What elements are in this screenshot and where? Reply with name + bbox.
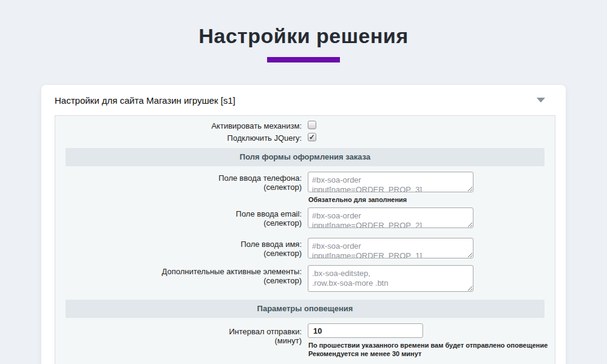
interval-input[interactable] (308, 323, 423, 338)
name-selector-textarea[interactable]: #bx-soa-order input[name=ORDER_PROP_1] (308, 238, 473, 258)
interval-note: По прошествии указанного времени вам буд… (308, 341, 548, 358)
email-selector-label: Поле ввода email: (селектор) (55, 207, 302, 228)
settings-form: Активировать механизм: Подключить JQuery… (55, 115, 555, 364)
field-row-name: Поле ввода имя: (селектор) #bx-soa-order… (55, 238, 555, 258)
check-icon: ✓ (309, 133, 315, 141)
page-title: Настройки решения (0, 24, 607, 48)
toggle-row-activate: Активировать механизм: (55, 121, 555, 130)
section-title: Поля формы оформления заказа (240, 152, 370, 161)
jquery-checkbox[interactable]: ✓ (308, 133, 316, 141)
card-header[interactable]: Настройки для сайта Магазин игрушек [s1] (41, 85, 566, 115)
phone-selector-textarea[interactable]: #bx-soa-order input[name=ORDER_PROP_3] (308, 172, 473, 192)
interval-label: Интервал отправки: (минут) (55, 323, 302, 345)
section-header-order-fields: Поля формы оформления заказа (66, 148, 544, 166)
card-header-title: Настройки для сайта Магазин игрушек [s1] (55, 95, 236, 106)
field-row-email: Поле ввода email: (селектор) #bx-soa-ord… (55, 207, 555, 228)
activate-label: Активировать механизм: (55, 121, 302, 130)
jquery-label: Подключить JQuery: (55, 133, 302, 143)
settings-card: Настройки для сайта Магазин игрушек [s1]… (41, 85, 566, 364)
section-title: Параметры оповещения (257, 304, 353, 313)
extra-elements-textarea[interactable]: .bx-soa-editstep, .row.bx-soa-more .btn (308, 265, 473, 292)
field-row-phone: Поле ввода телефона: (селектор) #bx-soa-… (55, 172, 555, 192)
activate-checkbox[interactable] (308, 121, 316, 129)
extra-elements-label: Дополнительные активные элементы: (селек… (55, 265, 302, 285)
page: Настройки решения Настройки для сайта Ма… (0, 24, 607, 62)
toggle-row-jquery: Подключить JQuery: ✓ (55, 133, 555, 143)
chevron-down-icon[interactable] (537, 98, 545, 103)
section-header-notifications: Параметры оповещения (66, 300, 544, 318)
field-row-extra-elements: Дополнительные активные элементы: (селек… (55, 265, 555, 292)
name-selector-label: Поле ввода имя: (селектор) (55, 238, 302, 258)
email-selector-textarea[interactable]: #bx-soa-order input[name=ORDER_PROP_2] (308, 207, 473, 228)
phone-selector-label: Поле ввода телефона: (селектор) (55, 172, 302, 192)
phone-required-note: Обязательно для заполнения (308, 195, 407, 204)
title-underline (267, 57, 340, 62)
